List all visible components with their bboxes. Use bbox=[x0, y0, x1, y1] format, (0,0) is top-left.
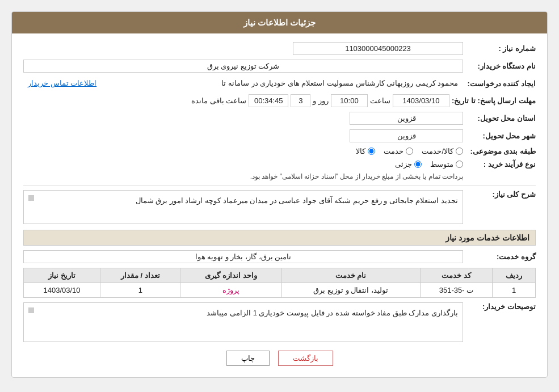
navoe-mootasset-radio[interactable] bbox=[456, 161, 463, 168]
shomara-niaz-label: شماره نیاز : bbox=[468, 44, 536, 53]
col-date: تاریخ نیاز bbox=[24, 268, 100, 283]
mohlat-rooz-label: روز و bbox=[313, 96, 329, 105]
tosih-resize-handle[interactable] bbox=[28, 307, 34, 313]
table-cell-date: 1403/03/10 bbox=[24, 283, 100, 298]
navoe-jozii-radio[interactable] bbox=[414, 161, 422, 168]
tabaqe-radio-group: کالا/خدمت خدمت کالا bbox=[356, 147, 463, 155]
nam-dastgah-value: شرکت توزیع نیروی برق bbox=[23, 60, 463, 73]
tabaqe-kala-label: کالا bbox=[356, 147, 365, 155]
mohlat-baqi: 00:34:45 bbox=[249, 94, 288, 107]
ijad-konande-label: ایجاد کننده درخواست: bbox=[467, 79, 536, 88]
mohlat-label: مهلت ارسال پاسخ: تا تاریخ: bbox=[452, 96, 536, 105]
navoe-jozii-label: جزئی bbox=[395, 160, 412, 168]
group-value: تامین برق، گاز، بخار و تهویه هوا bbox=[23, 250, 463, 263]
sharh-value: تجدید استعلام جابجائی و رفع حریم شبکه آق… bbox=[136, 196, 458, 205]
ostan-value: قزوین bbox=[350, 112, 463, 125]
col-name: نام خدمت bbox=[281, 268, 420, 283]
tabaqe-kala-khadamat-radio[interactable] bbox=[456, 147, 463, 155]
table-cell-name: تولید، انتقال و توزیع برق bbox=[281, 283, 420, 298]
shomara-niaz-value: 1103000045000223 bbox=[293, 42, 463, 55]
col-unit: واحد اندازه گیری bbox=[180, 268, 281, 283]
table-row: 1ت -35-351تولید، انتقال و توزیع برقپروژه… bbox=[24, 283, 536, 298]
mohlat-saat: 10:00 bbox=[331, 94, 368, 107]
shahr-label: شهر محل تحویل: bbox=[468, 132, 536, 140]
navoe-mootasset-option[interactable]: متوسط bbox=[430, 160, 463, 168]
tabaqe-kala-radio[interactable] bbox=[368, 147, 375, 155]
page-title: جزئیات اطلاعات نیاز bbox=[243, 18, 316, 27]
tabaqe-khadamat-option[interactable]: خدمت bbox=[384, 147, 413, 155]
ostan-label: استان محل تحویل: bbox=[468, 114, 536, 123]
group-label: گروه خدمت: bbox=[468, 252, 536, 261]
table-cell-tedad: 1 bbox=[100, 283, 180, 298]
mohlat-saat-label: ساعت bbox=[370, 96, 390, 105]
mohlat-date: 1403/03/10 bbox=[393, 94, 449, 107]
mohlat-rooz: 3 bbox=[291, 94, 310, 107]
service-table: ردیف کد خدمت نام خدمت واحد اندازه گیری ت… bbox=[23, 268, 536, 298]
resize-handle[interactable] bbox=[28, 195, 34, 201]
tosih-label: توصیحات خریدار: bbox=[468, 302, 536, 311]
sharh-box: تجدید استعلام جابجائی و رفع حریم شبکه آق… bbox=[23, 190, 463, 224]
service-section-header: اطلاعات خدمات مورد نیاز bbox=[23, 230, 536, 246]
tabaqe-label: طبقه بندی موضوعی: bbox=[468, 147, 536, 155]
ijad-konande-value: محمود کریمی روزبهانی کارشناس مسولیت استع… bbox=[106, 77, 463, 90]
table-cell-code: ت -35-351 bbox=[420, 283, 492, 298]
navoe-note: پرداخت تمام یا بخشی از مبلغ خریدار از مح… bbox=[23, 172, 463, 180]
sharh-label: شرح کلی نیاز: bbox=[468, 190, 536, 199]
tabaqe-kala-option[interactable]: کالا bbox=[356, 147, 375, 155]
shahr-value: قزوین bbox=[350, 129, 463, 142]
tabaqe-kala-khadamat-label: کالا/خدمت bbox=[422, 147, 453, 155]
col-code: کد خدمت bbox=[420, 268, 492, 283]
tabaqe-khadamat-radio[interactable] bbox=[406, 147, 413, 155]
tabaqe-kala-khadamat-option[interactable]: کالا/خدمت bbox=[422, 147, 463, 155]
table-cell-radif: 1 bbox=[493, 283, 536, 298]
chap-button[interactable]: چاپ bbox=[226, 351, 270, 366]
mohlat-baqi-label: ساعت باقی مانده bbox=[191, 96, 246, 105]
buttons-row: بازگشت چاپ bbox=[23, 351, 536, 366]
tosih-value: بارگذاری مدارک طبق مفاد خواسته شده در فا… bbox=[207, 309, 458, 317]
col-tedad: تعداد / مقدار bbox=[100, 268, 180, 283]
nam-dastgah-label: نام دستگاه خریدار: bbox=[468, 62, 536, 70]
navoe-mootasset-label: متوسط bbox=[430, 160, 453, 168]
table-cell-unit: پروژه bbox=[180, 283, 281, 298]
tosih-box: بارگذاری مدارک طبق مفاد خواسته شده در فا… bbox=[23, 302, 463, 342]
page-header: جزئیات اطلاعات نیاز bbox=[12, 12, 547, 33]
col-radif: ردیف bbox=[493, 268, 536, 283]
bazgasht-button[interactable]: بازگشت bbox=[278, 351, 333, 366]
ettelaat-link[interactable]: اطلاعات تماس خریدار bbox=[23, 77, 101, 90]
tabaqe-khadamat-label: خدمت bbox=[384, 147, 404, 155]
navoe-jozii-option[interactable]: جزئی bbox=[395, 160, 422, 168]
navoe-farayand-label: نوع فرآیند خرید : bbox=[468, 160, 536, 168]
